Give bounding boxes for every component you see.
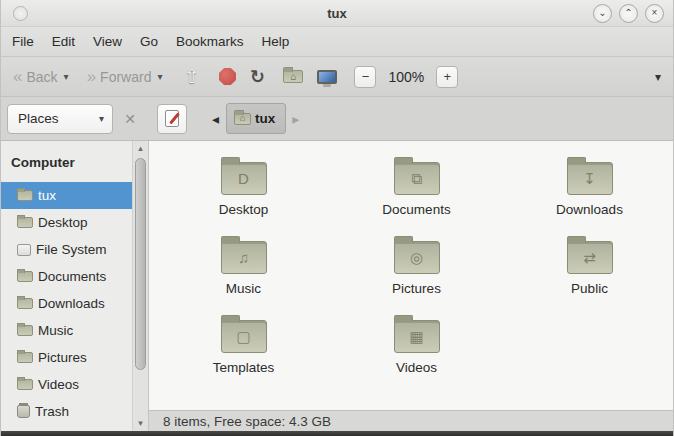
breadcrumb-prev-icon[interactable]: ◂ xyxy=(205,111,226,127)
status-text: 8 items, Free space: 4.3 GB xyxy=(163,414,331,429)
folder-videos[interactable]: ▦ Videos xyxy=(330,311,503,390)
sidebar-item-desktop[interactable]: Desktop xyxy=(1,209,132,236)
home-folder-icon: ⌂ xyxy=(234,113,251,125)
up-button[interactable]: ⇧ xyxy=(176,62,206,92)
zoom-in-icon: + xyxy=(436,66,458,88)
menu-go[interactable]: Go xyxy=(131,29,167,54)
sidebar-section-computer: Computer xyxy=(1,145,132,182)
up-arrow-icon: ⇧ xyxy=(184,65,200,88)
folder-pictures[interactable]: ◎ Pictures xyxy=(330,232,503,311)
sidebar-item-label: Desktop xyxy=(38,215,88,230)
scroll-down-icon[interactable]: ▾ xyxy=(138,419,143,428)
location-edit-toggle-button[interactable] xyxy=(157,104,187,134)
breadcrumb-tux-button[interactable]: ⌂ tux xyxy=(226,103,286,134)
sidebar-item-pictures[interactable]: Pictures xyxy=(1,344,132,371)
folder-label: Public xyxy=(571,281,608,296)
forward-history-caret-icon[interactable]: ▾ xyxy=(157,71,162,82)
folder-label: Downloads xyxy=(556,202,623,217)
back-icon: « xyxy=(13,68,22,85)
zoom-level: 100% xyxy=(388,69,424,85)
folder-icon-view: D Desktop ⧉ Documents ↧ Downloads xyxy=(149,141,673,410)
folder-downloads[interactable]: ↧ Downloads xyxy=(503,153,674,232)
menu-bookmarks[interactable]: Bookmarks xyxy=(167,29,253,54)
content-area: Computer tux Desktop File System Documen… xyxy=(1,141,673,431)
folder-desktop[interactable]: D Desktop xyxy=(157,153,330,232)
music-emblem-icon: ♫ xyxy=(238,250,249,265)
sidebar-item-documents[interactable]: Documents xyxy=(1,263,132,290)
zoom-out-button[interactable]: − xyxy=(350,62,380,92)
folder-icon xyxy=(17,298,33,309)
folder-label: Documents xyxy=(382,202,450,217)
sidebar-type-combobox[interactable]: Places ▾ xyxy=(7,104,113,134)
computer-button[interactable] xyxy=(312,62,342,92)
sidebar-item-label: Videos xyxy=(38,377,79,392)
places-list: Computer tux Desktop File System Documen… xyxy=(1,141,132,431)
sidebar-item-file-system[interactable]: File System xyxy=(1,236,132,263)
stop-button[interactable] xyxy=(212,62,242,92)
menu-view[interactable]: View xyxy=(84,29,131,54)
forward-button[interactable]: » Forward ▾ xyxy=(83,64,167,89)
titlebar: tux ⌄ ⌃ × xyxy=(1,0,673,27)
breadcrumb: ◂ ⌂ tux ▸ xyxy=(205,103,305,135)
sidebar-scrollbar[interactable]: ▴ ▾ xyxy=(132,141,148,431)
computer-icon xyxy=(317,70,337,84)
desktop-emblem-icon: D xyxy=(238,171,249,186)
trash-icon xyxy=(17,405,30,418)
back-button[interactable]: « Back ▾ xyxy=(9,64,73,89)
stop-icon xyxy=(219,68,236,85)
back-history-caret-icon[interactable]: ▾ xyxy=(64,71,69,82)
folder-icon xyxy=(17,217,33,228)
sidebar-item-label: Documents xyxy=(38,269,106,284)
documents-emblem-icon: ⧉ xyxy=(411,171,422,186)
public-emblem-icon: ⇄ xyxy=(583,250,596,265)
sidebar-item-trash[interactable]: Trash xyxy=(1,398,132,425)
home-button[interactable]: ⌂ xyxy=(278,62,308,92)
folder-templates[interactable]: ▢ Templates xyxy=(157,311,330,390)
edit-location-icon xyxy=(165,110,179,127)
sidebar-item-downloads[interactable]: Downloads xyxy=(1,290,132,317)
sidebar-item-music[interactable]: Music xyxy=(1,317,132,344)
sidebar-item-label: tux xyxy=(38,188,56,203)
pictures-emblem-icon: ◎ xyxy=(410,250,423,265)
folder-label: Music xyxy=(226,281,261,296)
menu-file[interactable]: File xyxy=(3,29,43,54)
breadcrumb-next-icon: ▸ xyxy=(286,111,305,127)
home-folder-icon xyxy=(17,190,33,201)
sidebar-item-label: Music xyxy=(38,323,73,338)
file-manager-window: tux ⌄ ⌃ × File Edit View Go Bookmarks He… xyxy=(0,0,674,436)
status-bar: 8 items, Free space: 4.3 GB xyxy=(149,410,673,431)
forward-label: Forward xyxy=(100,69,151,85)
folder-music[interactable]: ♫ Music xyxy=(157,232,330,311)
sidebar-item-tux[interactable]: tux xyxy=(1,182,132,209)
scroll-up-icon[interactable]: ▴ xyxy=(138,144,143,153)
folder-icon: ⇄ xyxy=(567,241,613,274)
folder-icon: ▢ xyxy=(221,320,267,353)
menubar: File Edit View Go Bookmarks Help xyxy=(1,27,673,56)
folder-label: Templates xyxy=(213,360,275,375)
folder-public[interactable]: ⇄ Public xyxy=(503,232,674,311)
house-mark-icon: ⌂ xyxy=(290,72,296,82)
sidebar-item-videos[interactable]: Videos xyxy=(1,371,132,398)
main-pane: D Desktop ⧉ Documents ↧ Downloads xyxy=(149,141,673,431)
templates-emblem-icon: ▢ xyxy=(236,329,250,344)
zoom-in-button[interactable]: + xyxy=(432,62,462,92)
combo-caret-icon: ▾ xyxy=(99,113,104,124)
folder-icon: ▦ xyxy=(394,320,440,353)
drive-icon xyxy=(17,244,31,256)
toolbar-overflow-caret-icon[interactable]: ▾ xyxy=(655,70,661,84)
location-bar: Places ▾ ✕ ◂ ⌂ tux ▸ xyxy=(1,97,673,141)
reload-button[interactable]: ↻ xyxy=(242,62,272,92)
forward-icon: » xyxy=(87,68,96,85)
folder-documents[interactable]: ⧉ Documents xyxy=(330,153,503,232)
menu-help[interactable]: Help xyxy=(253,29,299,54)
folder-icon xyxy=(17,352,33,363)
back-label: Back xyxy=(26,69,57,85)
menu-edit[interactable]: Edit xyxy=(43,29,84,54)
folder-label: Videos xyxy=(396,360,437,375)
folder-icon: D xyxy=(221,162,267,195)
house-mark-icon: ⌂ xyxy=(240,114,245,123)
folder-icon: ◎ xyxy=(394,241,440,274)
scrollbar-thumb[interactable] xyxy=(135,158,146,370)
home-folder-icon: ⌂ xyxy=(283,70,303,83)
sidebar-close-button[interactable]: ✕ xyxy=(117,106,143,132)
